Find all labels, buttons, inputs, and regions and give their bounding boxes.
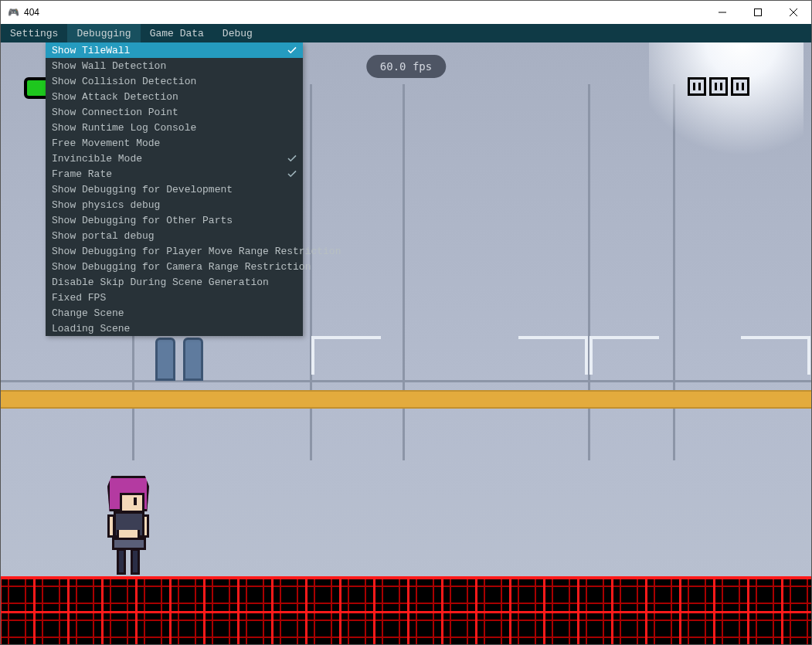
menu-option-label: Show Debugging for Other Parts (52, 215, 233, 226)
close-button[interactable] (776, 1, 811, 24)
menubar: SettingsDebuggingGame DataDebug (1, 24, 811, 42)
player-sprite (101, 476, 155, 576)
window-controls (705, 1, 811, 24)
window-title: 404 (24, 7, 39, 18)
menu-option-label: Show TileWall (52, 45, 130, 56)
menu-option-label: Show Debugging for Camera Range Restrict… (52, 261, 311, 273)
item-slots (688, 77, 749, 96)
check-icon (287, 154, 297, 163)
titlebar: 🎮 404 (1, 1, 811, 24)
app-window: 🎮 404 SettingsDebuggingGame DataDebug (0, 0, 812, 645)
menu-option-label: Show Attack Detection (52, 91, 178, 103)
menu-option-show-debugging-for-camera-range-restriction[interactable]: Show Debugging for Camera Range Restrict… (46, 259, 303, 274)
menu-option-show-physics-debug[interactable]: Show physics debug (46, 197, 303, 212)
bg-pillars (155, 338, 203, 381)
menu-option-free-movement-mode[interactable]: Free Movement Mode (46, 135, 303, 151)
menu-option-show-tilewall[interactable]: Show TileWall (46, 42, 303, 58)
menu-option-change-scene[interactable]: Change Scene (46, 305, 303, 321)
menu-item-debugging[interactable]: Debugging (67, 24, 140, 42)
wall-line (1, 380, 811, 382)
menu-option-show-connection-point[interactable]: Show Connection Point (46, 104, 303, 120)
check-icon (287, 169, 297, 178)
menu-option-label: Show portal debug (52, 230, 155, 242)
item-slot (688, 77, 706, 96)
menu-option-show-collision-detection[interactable]: Show Collision Detection (46, 73, 303, 89)
accent-strip (1, 390, 811, 409)
menu-option-label: Loading Scene (52, 323, 130, 334)
menu-option-show-attack-detection[interactable]: Show Attack Detection (46, 89, 303, 104)
fps-counter: 60.0 fps (366, 55, 446, 78)
wall-corner (741, 336, 810, 375)
svg-rect-0 (755, 9, 762, 16)
menu-item-label: Debugging (76, 28, 131, 39)
menu-option-disable-skip-during-scene-generation[interactable]: Disable Skip During Scene Generation (46, 274, 303, 290)
app-icon: 🎮 (7, 6, 19, 19)
menu-option-label: Show Debugging for Development (52, 184, 233, 195)
menu-option-show-debugging-for-other-parts[interactable]: Show Debugging for Other Parts (46, 212, 303, 228)
menu-option-label: Show Runtime Log Console (52, 122, 196, 134)
wall-corner (311, 336, 381, 375)
menu-option-show-portal-debug[interactable]: Show portal debug (46, 228, 303, 243)
ceiling-light (649, 42, 804, 174)
debugging-menu-dropdown: Show TileWallShow Wall DetectionShow Col… (46, 42, 303, 336)
menu-item-label: Debug (223, 28, 253, 39)
menu-option-show-runtime-log-console[interactable]: Show Runtime Log Console (46, 120, 303, 135)
menu-option-label: Show Connection Point (52, 107, 178, 118)
menu-option-label: Show Wall Detection (52, 60, 166, 72)
menu-option-frame-rate[interactable]: Frame Rate (46, 166, 303, 182)
wall-corner (518, 336, 588, 375)
menu-option-label: Show Debugging for Player Move Range Res… (52, 246, 341, 257)
menu-option-label: Change Scene (52, 307, 124, 319)
minimize-button[interactable] (705, 1, 740, 24)
menu-option-fixed-fps[interactable]: Fixed FPS (46, 290, 303, 305)
check-icon (287, 46, 297, 55)
menu-option-label: Show Collision Detection (52, 76, 196, 87)
menu-item-debug[interactable]: Debug (213, 24, 262, 42)
menu-item-label: Game Data (150, 28, 204, 39)
menu-option-label: Frame Rate (52, 168, 112, 180)
menu-option-label: Free Movement Mode (52, 137, 160, 149)
maximize-button[interactable] (740, 1, 776, 24)
menu-option-loading-scene[interactable]: Loading Scene (46, 321, 303, 336)
menu-option-show-wall-detection[interactable]: Show Wall Detection (46, 58, 303, 73)
wall-corner (589, 336, 659, 375)
menu-item-game-data[interactable]: Game Data (141, 24, 213, 42)
item-slot (709, 77, 728, 96)
menu-option-label: Disable Skip During Scene Generation (52, 277, 269, 288)
menu-option-show-debugging-for-player-move-range-restriction[interactable]: Show Debugging for Player Move Range Res… (46, 243, 303, 259)
menu-option-invincible-mode[interactable]: Invincible Mode (46, 151, 303, 166)
item-slot (731, 77, 749, 96)
menu-option-label: Invincible Mode (52, 153, 142, 165)
menu-option-show-debugging-for-development[interactable]: Show Debugging for Development (46, 182, 303, 197)
menu-option-label: Fixed FPS (52, 292, 106, 304)
menu-item-settings[interactable]: Settings (1, 24, 67, 42)
menu-option-label: Show physics debug (52, 199, 160, 211)
tilewall-floor (1, 576, 811, 644)
game-viewport[interactable]: 60.0 fps Show TileWallShow Wall Detectio… (1, 42, 811, 644)
menu-item-label: Settings (10, 28, 58, 39)
